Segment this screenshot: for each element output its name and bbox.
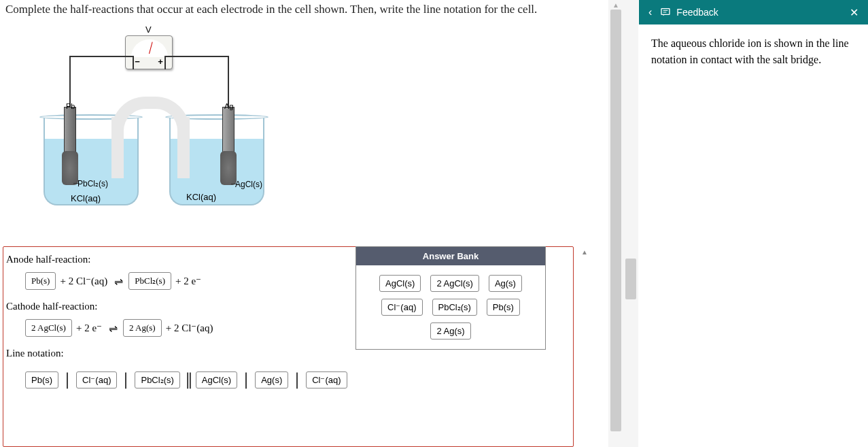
cathode-slot-2[interactable]: 2 Ag(s) (123, 319, 162, 337)
bank-tile[interactable]: AgCl(s) (379, 275, 421, 292)
cathode-text-1: + 2 e⁻ (75, 322, 103, 334)
line-slot-1[interactable]: Pb(s) (25, 371, 58, 388)
phase-boundary-icon: ∣ (292, 370, 302, 389)
bank-tile[interactable]: PbCl₂(s) (432, 299, 477, 316)
bank-tile[interactable]: Ag(s) (489, 275, 522, 292)
bank-tile[interactable]: Pb(s) (487, 299, 520, 316)
electrode-label-ag: Ag (224, 102, 234, 110)
scroll-up-icon[interactable]: ▲ (612, 0, 619, 10)
feedback-back-button[interactable]: ‹ (646, 6, 655, 18)
line-slot-4[interactable]: AgCl(s) (196, 371, 237, 388)
feedback-body-text: The aqueous chloride ion is shown in the… (639, 24, 868, 79)
anode-text-2: + 2 e⁻ (174, 275, 203, 287)
line-notation-row: Pb(s) ∣ Cl⁻(aq) ∣ PbCl₂(s) ∥ AgCl(s) ∣ A… (5, 363, 572, 392)
answer-bank-header: Answer Bank (356, 247, 545, 265)
solution-label-right: KCl(aq) (186, 192, 216, 202)
question-text: Complete the half-reactions that occur a… (3, 0, 612, 22)
phase-boundary-icon: ∣ (241, 370, 251, 389)
terminal-positive: + (158, 56, 163, 67)
anode-slot-1[interactable]: Pb(s) (25, 272, 56, 290)
scroll-thumb[interactable] (625, 259, 636, 299)
bank-tile[interactable]: 2 Ag(s) (430, 322, 470, 340)
phase-boundary-icon: ∣ (63, 370, 72, 389)
feedback-title: Feedback (676, 7, 841, 18)
inner-scrollbar[interactable] (623, 0, 638, 447)
equilibrium-arrow-icon: ⇌ (106, 322, 120, 335)
equilibrium-arrow-icon: ⇌ (111, 275, 126, 288)
terminal-negative: − (135, 56, 140, 67)
cathode-text-2: + 2 Cl⁻(aq) (164, 322, 215, 334)
salt-bridge (111, 97, 190, 171)
cathode-slot-1[interactable]: 2 AgCl(s) (25, 319, 72, 337)
coating-label-agcl: AgCl(s) (235, 180, 262, 189)
line-slot-5[interactable]: Ag(s) (255, 371, 288, 388)
phase-boundary-icon: ∣ (121, 370, 131, 389)
bank-tile[interactable]: 2 AgCl(s) (430, 275, 479, 292)
line-slot-2[interactable]: Cl⁻(aq) (76, 371, 117, 388)
outer-scrollbar[interactable]: ▲ (608, 0, 623, 447)
coating-label-pbcl2: PbCl₂(s) (77, 179, 108, 188)
scroll-thumb[interactable] (610, 10, 621, 431)
anode-text-1: + 2 Cl⁻(aq) (58, 275, 109, 287)
bank-tile[interactable]: Cl⁻(aq) (381, 299, 422, 316)
feedback-close-button[interactable]: ✕ (847, 6, 861, 19)
solution-label-left: KCl(aq) (71, 193, 101, 203)
feedback-header: ‹ Feedback ✕ (639, 0, 868, 24)
answer-bank: Answer Bank AgCl(s)2 AgCl(s)Ag(s)Cl⁻(aq)… (355, 246, 546, 350)
line-slot-3[interactable]: PbCl₂(s) (135, 371, 179, 388)
inner-scroll-up-icon[interactable]: ▲ (581, 248, 588, 256)
answer-zone: ▲ Anode half-reaction: Pb(s) + 2 Cl⁻(aq)… (3, 246, 574, 447)
feedback-icon (660, 7, 671, 18)
line-slot-6[interactable]: Cl⁻(aq) (306, 371, 347, 388)
anode-slot-2[interactable]: PbCl₂(s) (128, 272, 171, 290)
svg-rect-0 (661, 9, 670, 15)
feedback-panel: ‹ Feedback ✕ The aqueous chloride ion is… (639, 0, 868, 447)
cell-diagram: V − + (44, 29, 315, 226)
salt-bridge-icon: ∥ (184, 370, 192, 389)
voltmeter-label: V (145, 24, 152, 35)
electrode-label-pb: Pb (65, 102, 75, 110)
